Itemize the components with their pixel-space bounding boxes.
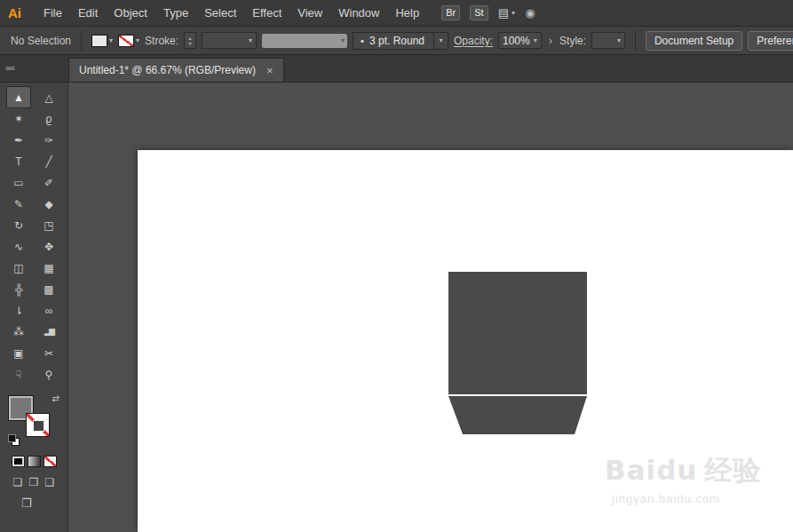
zoom-tool[interactable]: ⚲ bbox=[37, 364, 60, 385]
flyout-arrow-icon[interactable]: › bbox=[549, 34, 552, 47]
artboard[interactable]: Baidu经验 jingyan.baidu.com bbox=[138, 150, 793, 532]
stroke-color-control[interactable]: ▾ bbox=[118, 35, 139, 47]
curvature-tool[interactable]: ✑ bbox=[37, 130, 60, 150]
menu-type[interactable]: Type bbox=[155, 6, 196, 20]
app-logo: Ai bbox=[8, 5, 21, 20]
eyedropper-tool[interactable]: ⇂ bbox=[7, 300, 30, 321]
column-graph-tool[interactable]: ▂▆ bbox=[37, 322, 60, 342]
chevron-down-icon: ▾ bbox=[341, 37, 345, 44]
stroke-swatch-large[interactable] bbox=[26, 413, 50, 437]
chevron-down-icon: ▾ bbox=[136, 37, 139, 44]
hand-tool[interactable]: ☟ bbox=[7, 364, 30, 385]
draw-normal-icon[interactable]: ❏ bbox=[12, 476, 25, 488]
watermark-brand-cn: 经验 bbox=[704, 454, 761, 486]
preferences-button[interactable]: Preferences bbox=[748, 31, 793, 51]
fill-swatch bbox=[91, 35, 107, 47]
chevron-down-icon: ▾ bbox=[439, 37, 442, 44]
stock-button[interactable]: St bbox=[470, 5, 488, 20]
separator bbox=[635, 31, 636, 51]
perspective-grid-tool[interactable]: ▦ bbox=[37, 258, 60, 278]
width-tool[interactable]: ∿ bbox=[7, 236, 30, 257]
default-fill-stroke-icon[interactable] bbox=[8, 434, 19, 445]
watermark-url: jingyan.baidu.com bbox=[612, 492, 761, 505]
screen-mode-button[interactable]: ❐ bbox=[0, 496, 32, 510]
direct-selection-tool[interactable]: △ bbox=[37, 87, 60, 107]
stroke-width-stepper[interactable]: ▴ ▾ bbox=[184, 32, 196, 49]
fill-stroke-indicator: ⇄ bbox=[8, 393, 59, 445]
pencil-tool[interactable]: ✎ bbox=[7, 194, 30, 214]
cup-base-shape[interactable] bbox=[448, 396, 587, 434]
workspace-switcher[interactable]: ▤ ▾ bbox=[498, 6, 515, 20]
lasso-tool[interactable]: ϱ bbox=[37, 108, 60, 129]
color-button[interactable] bbox=[12, 456, 25, 467]
menu-effect[interactable]: Effect bbox=[244, 6, 289, 20]
blend-tool[interactable]: ∞ bbox=[37, 300, 60, 321]
pen-tool[interactable]: ✒ bbox=[7, 130, 30, 150]
artboard-tool[interactable]: ▣ bbox=[7, 343, 30, 363]
chevron-down-icon: ▾ bbox=[249, 37, 252, 44]
collapse-panel-icon[interactable]: «« bbox=[5, 62, 14, 73]
close-tab-icon[interactable]: × bbox=[266, 64, 274, 77]
opacity-dropdown[interactable]: 100% ▾ bbox=[498, 32, 542, 49]
workspace-icon: ▤ bbox=[498, 6, 509, 20]
workspace: ▲ △ ✶ ϱ ✒ ✑ T ╱ ▭ ✐ ✎ ◆ ↻ ◳ ∿ ✥ ◫ ▦ ╬ ▩ bbox=[0, 83, 793, 532]
tools-panel-header: «« bbox=[0, 62, 68, 82]
watermark: Baidu经验 jingyan.baidu.com bbox=[605, 452, 761, 505]
menu-help[interactable]: Help bbox=[387, 6, 427, 20]
brush-preview-icon: • bbox=[353, 36, 369, 46]
tab-bar: «« Untitled-1* @ 66.67% (RGB/Preview) × bbox=[0, 55, 793, 83]
none-button[interactable] bbox=[44, 456, 57, 467]
opacity-label[interactable]: Opacity: bbox=[454, 35, 493, 47]
brush-definition-dropdown[interactable]: • 3 pt. Round ▾ bbox=[353, 32, 448, 50]
menu-bar: Ai File Edit Object Type Select Effect V… bbox=[0, 0, 793, 27]
scale-tool[interactable]: ◳ bbox=[37, 215, 60, 235]
cup-body-shape[interactable] bbox=[448, 272, 587, 394]
share-screen-icon[interactable]: ◉ bbox=[523, 5, 537, 21]
style-label: Style: bbox=[559, 35, 586, 47]
slice-tool[interactable]: ✂ bbox=[37, 343, 60, 363]
drawing-mode-buttons: ❏ ❐ ❑ bbox=[12, 476, 57, 488]
swap-fill-stroke-icon[interactable]: ⇄ bbox=[52, 393, 59, 403]
separator bbox=[81, 31, 82, 51]
style-dropdown[interactable]: ▾ bbox=[591, 32, 625, 49]
type-tool[interactable]: T bbox=[7, 151, 30, 171]
menu-select[interactable]: Select bbox=[196, 6, 244, 20]
shape-builder-tool[interactable]: ◫ bbox=[7, 258, 30, 278]
selection-tool[interactable]: ▲ bbox=[7, 87, 30, 107]
paintbrush-tool[interactable]: ✐ bbox=[37, 172, 60, 193]
stroke-swatch bbox=[118, 35, 134, 47]
eraser-tool[interactable]: ◆ bbox=[37, 194, 60, 214]
menu-edit[interactable]: Edit bbox=[70, 6, 106, 20]
brush-dropdown-arrow[interactable]: ▾ bbox=[433, 33, 448, 49]
brush-name: 3 pt. Round bbox=[369, 35, 433, 47]
selection-status: No Selection bbox=[11, 35, 71, 47]
menu-object[interactable]: Object bbox=[106, 6, 155, 20]
symbol-sprayer-tool[interactable]: ⁂ bbox=[7, 322, 30, 342]
width-profile-dropdown: ▾ bbox=[262, 34, 347, 48]
control-bar: No Selection ▾ ▾ Stroke: ▴ ▾ ▾ ▾ • 3 pt.… bbox=[0, 27, 793, 55]
mesh-tool[interactable]: ╬ bbox=[7, 279, 30, 299]
draw-inside-icon[interactable]: ❑ bbox=[44, 476, 57, 488]
menu-file[interactable]: File bbox=[36, 6, 70, 20]
fill-color-control[interactable]: ▾ bbox=[91, 35, 113, 47]
watermark-brand: Baidu经验 bbox=[605, 452, 761, 489]
document-tab[interactable]: Untitled-1* @ 66.67% (RGB/Preview) × bbox=[68, 58, 284, 82]
opacity-value: 100% bbox=[503, 35, 530, 47]
bridge-button[interactable]: Br bbox=[441, 5, 460, 20]
stroke-label: Stroke: bbox=[145, 35, 178, 47]
gradient-tool[interactable]: ▩ bbox=[37, 279, 60, 299]
free-transform-tool[interactable]: ✥ bbox=[37, 236, 60, 257]
tools-panel: ▲ △ ✶ ϱ ✒ ✑ T ╱ ▭ ✐ ✎ ◆ ↻ ◳ ∿ ✥ ◫ ▦ ╬ ▩ bbox=[0, 83, 68, 532]
watermark-brand-latin: Baidu bbox=[605, 454, 697, 486]
menu-window[interactable]: Window bbox=[330, 6, 387, 20]
gradient-button[interactable] bbox=[28, 456, 41, 467]
canvas[interactable]: Baidu经验 jingyan.baidu.com bbox=[68, 83, 793, 532]
document-setup-button[interactable]: Document Setup bbox=[646, 31, 742, 51]
magic-wand-tool[interactable]: ✶ bbox=[7, 108, 30, 129]
stroke-width-dropdown[interactable]: ▾ bbox=[202, 32, 257, 49]
rotate-tool[interactable]: ↻ bbox=[7, 215, 30, 235]
menu-view[interactable]: View bbox=[289, 6, 330, 20]
rectangle-tool[interactable]: ▭ bbox=[7, 172, 30, 193]
line-segment-tool[interactable]: ╱ bbox=[37, 151, 60, 171]
draw-behind-icon[interactable]: ❐ bbox=[28, 476, 41, 488]
